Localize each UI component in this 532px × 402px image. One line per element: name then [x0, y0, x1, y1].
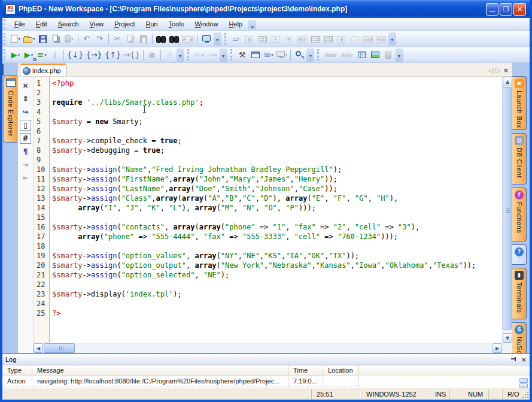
menu-project[interactable]: Project [109, 18, 140, 31]
toolbar-grip[interactable] [317, 49, 321, 61]
log-scroll-spinner[interactable] [519, 378, 528, 388]
pause-button[interactable]: ‖ [48, 49, 62, 62]
new-file-button-dropdown-icon[interactable]: ▾ [18, 33, 20, 45]
pin-icon[interactable] [511, 357, 516, 362]
log-col-time[interactable]: Time [288, 365, 323, 376]
log-panel-header[interactable]: Log × [2, 354, 530, 365]
toolbar-overflow-chevron[interactable]: ▾ [177, 49, 184, 62]
log-row[interactable]: Actionnavigating: http://localhost:8080/… [2, 376, 530, 387]
word-wrap-button[interactable]: ↪ [20, 107, 31, 117]
resize-grip[interactable] [520, 389, 530, 399]
label-control-button[interactable]: aI [243, 32, 256, 46]
scroll-down-icon[interactable]: ▼ [503, 333, 512, 343]
toolbar-grip[interactable] [4, 33, 8, 45]
paste-button[interactable] [137, 32, 150, 46]
step-over-button[interactable]: {→} [84, 49, 103, 62]
dock-tab-launch-box[interactable]: ≡Launch Box [512, 76, 527, 130]
open-file-button-dropdown-icon[interactable]: ▾ [33, 33, 35, 45]
step-out-button[interactable]: {↑} [104, 49, 122, 62]
menu-window[interactable]: Window [189, 18, 223, 31]
copy-button[interactable] [124, 32, 137, 46]
listbox-control-button[interactable] [256, 32, 269, 46]
code-editor[interactable]: <?php require '../libs/Smarty.class.php'… [50, 77, 502, 343]
stop-button[interactable]: ⊗ [145, 49, 159, 62]
run-to-cursor-button[interactable]: →{} [122, 49, 141, 62]
zoom-button[interactable] [293, 49, 306, 62]
log-col-location[interactable]: Location [323, 365, 359, 376]
show-invisibles-button[interactable]: ¶ [20, 146, 31, 157]
scroll-up-icon[interactable]: ▲ [503, 77, 512, 86]
checkbox-control-button[interactable]: ✕ [269, 32, 282, 46]
split-editor-button[interactable]: ⇕ [20, 93, 31, 104]
toggle-gutter-button[interactable]: ▯ [20, 120, 31, 131]
ftp-sync-button-dropdown-icon[interactable]: ▾ [71, 33, 74, 45]
open-file-button[interactable]: ▾ [22, 32, 37, 46]
toolbar-grip[interactable] [187, 49, 191, 61]
html-tag-button[interactable]: html [323, 49, 339, 62]
push-button-control[interactable] [348, 32, 361, 46]
menu-view[interactable]: View [84, 18, 110, 31]
profiler-button-dropdown-icon[interactable]: ▾ [44, 49, 47, 61]
save-button[interactable] [37, 32, 50, 46]
toolbar-grip[interactable] [4, 49, 8, 61]
indent-button[interactable]: ⇥ [20, 159, 31, 170]
vertical-scrollbar[interactable]: ▲ ▼ [502, 77, 512, 343]
toggle-line-numbers-button[interactable]: # [20, 133, 31, 144]
menu-edit[interactable]: Edit [31, 18, 53, 31]
new-file-button[interactable]: ▾ [9, 32, 22, 46]
publish-button-dropdown-icon[interactable]: ▾ [271, 49, 273, 61]
navigate-back-button[interactable]: ←▾ [193, 49, 206, 62]
cut-button[interactable]: ✂ [111, 32, 124, 46]
run-button[interactable]: ▶▾ [9, 49, 22, 62]
undo-button[interactable]: ↶ [80, 32, 93, 46]
toolbar-overflow-chevron[interactable]: ▾ [214, 32, 221, 46]
find-button[interactable] [154, 32, 168, 46]
horizontal-scrollbar[interactable]: ◀ ▶ [34, 343, 512, 353]
dock-tab-code-explorer[interactable]: Code Explorer [4, 75, 17, 143]
next-tab-button[interactable]: ▷ [495, 67, 500, 74]
hidden-field-button[interactable]: hid [296, 32, 309, 46]
log-close-icon[interactable]: × [521, 356, 527, 363]
code-preview-button[interactable] [200, 32, 213, 46]
profiler-button[interactable]: ≡▾ [35, 49, 48, 62]
menu-search[interactable]: Search [53, 18, 84, 31]
toolbar-overflow-chevron[interactable]: ▾ [388, 32, 396, 46]
run-debugger-button[interactable]: ▶D▾ [22, 49, 35, 62]
toolbar-grip[interactable] [224, 33, 229, 45]
navigate-back-button-dropdown-icon[interactable]: ▾ [202, 49, 204, 61]
prev-tab-button[interactable]: ◁ [488, 67, 493, 74]
dock-panels-icon[interactable] [2, 64, 4, 75]
menu-help[interactable]: Help [224, 18, 248, 31]
tab-index-php[interactable]: index.php [20, 64, 66, 76]
multiselect-control-button[interactable] [309, 32, 322, 46]
tag-wizard-button[interactable] [382, 49, 395, 62]
find-next-button[interactable]: → [168, 32, 181, 46]
insert-form-button[interactable]: ▱ [230, 32, 243, 46]
text-input-button[interactable]: xI [335, 32, 348, 46]
menu-run[interactable]: Run [141, 18, 163, 31]
log-col-message[interactable]: Message [32, 365, 288, 376]
log-col-type[interactable]: Type [2, 365, 32, 376]
radio-control-button[interactable] [282, 32, 296, 46]
horizontal-scroll-thumb[interactable] [44, 343, 75, 353]
vertical-scroll-thumb[interactable] [503, 87, 512, 330]
submit-button-control[interactable]: Sub [361, 32, 375, 46]
insert-image-button[interactable] [369, 49, 382, 62]
close-button[interactable]: ✕ [513, 3, 526, 16]
scroll-left-icon[interactable]: ◀ [34, 343, 43, 353]
close-file-button[interactable]: × [20, 80, 31, 91]
minimize-button[interactable]: — [486, 3, 498, 16]
project-settings-button[interactable] [249, 49, 262, 62]
dropdown-control-button[interactable] [322, 32, 335, 46]
menu-tools[interactable]: Tools [163, 18, 190, 31]
step-into-button[interactable]: {↓} [66, 49, 84, 62]
save-all-button[interactable] [50, 32, 63, 46]
dock-tab-terminals[interactable]: ▮Terminals [512, 268, 527, 319]
title-bar[interactable]: EDPHP PhpED - New Workspace - [C:\Progra… [2, 0, 530, 18]
replace-button[interactable]: A→B [181, 32, 196, 46]
dock-tab-help[interactable]: ? [512, 244, 527, 265]
menubar-grip[interactable] [4, 19, 8, 29]
toolbar-overflow-chevron[interactable]: ▾ [220, 49, 227, 62]
tools-button[interactable]: ⚒ [236, 49, 249, 62]
ftp-sync-button[interactable]: ▾ [63, 32, 76, 46]
